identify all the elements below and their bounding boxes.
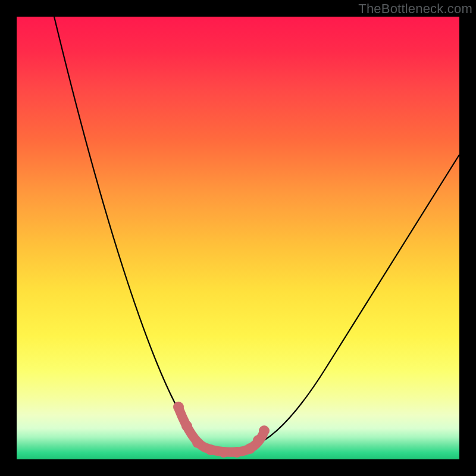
curve-right-arm xyxy=(252,155,459,446)
valley-dots xyxy=(173,402,270,458)
curve-left-arm xyxy=(54,17,211,446)
valley-dot xyxy=(231,447,242,458)
valley-dot xyxy=(173,402,184,412)
valley-dot xyxy=(181,421,192,431)
valley-dot xyxy=(259,425,270,436)
valley-dot xyxy=(245,443,255,454)
outer-frame: TheBottleneck.com xyxy=(0,0,476,476)
valley-dot xyxy=(205,444,216,455)
plot-area xyxy=(17,17,459,459)
valley-dot xyxy=(253,435,264,446)
valley-dot xyxy=(192,437,203,448)
chart-svg xyxy=(17,17,459,459)
valley-dot xyxy=(218,447,229,458)
watermark-text: TheBottleneck.com xyxy=(358,1,472,17)
